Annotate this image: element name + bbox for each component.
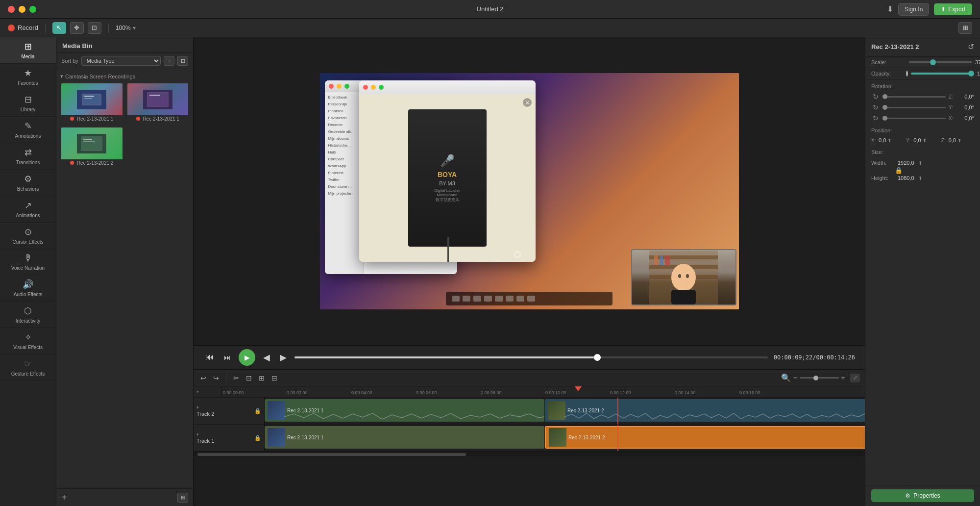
media-thumb-2[interactable]: Rec 2-13-2021 2 [60, 126, 123, 168]
scale-row: Scale: 37,5% [865, 57, 980, 68]
list-view-button[interactable]: ≡ [164, 56, 174, 66]
media-thumb-0[interactable]: Rec 2-13-2021 1 [60, 82, 123, 124]
track-2-clip-1[interactable]: Rec 2-13-2021 1 [265, 399, 544, 422]
sidebar-item-gesture-effects[interactable]: ☞ Gesture Effects [0, 354, 56, 381]
copy-button[interactable]: ⊡ [244, 373, 254, 383]
svg-rect-28 [484, 296, 492, 302]
layout-toggle-button[interactable]: ⊞ [958, 22, 972, 34]
track-1-clip-1[interactable]: Rec 2-13-2021 1 [265, 426, 544, 449]
sidebar-item-favorites[interactable]: ★ Favorites [0, 64, 56, 90]
visual-effects-icon: ✧ [24, 332, 32, 343]
properties-action-button[interactable]: ⚙ Properties [871, 489, 974, 502]
maximize-button[interactable] [29, 6, 36, 13]
pos-z-stepper[interactable]: ⬆ [957, 138, 961, 143]
width-stepper[interactable]: ⬆ [918, 160, 922, 166]
sidebar-label-behaviors: Behaviors [17, 186, 39, 192]
sidebar-item-cursor-effects[interactable]: ⊙ Cursor Effects [0, 223, 56, 249]
zoom-out-button[interactable]: − [793, 374, 797, 382]
track-2-lock[interactable]: 🔒 [254, 408, 261, 414]
download-icon[interactable]: ⬇ [887, 4, 893, 14]
filter-button[interactable]: ⊟ [177, 56, 188, 66]
sidebar-item-behaviors[interactable]: ⚙ Behaviors [0, 170, 56, 196]
cut-button[interactable]: ✂ [231, 373, 241, 383]
export-button[interactable]: ⬆ Export [934, 3, 972, 15]
sort-select[interactable]: Media Type [81, 56, 161, 66]
timeline-zoom-control: 🔍 − + ⤢ [781, 373, 860, 382]
sidebar-item-voice-narration[interactable]: 🎙 Voice Narration [0, 249, 56, 275]
media-thumb-label-2: Rec 2-13-2021 2 [61, 159, 122, 167]
prev-frame-button[interactable]: ◀ [261, 350, 272, 365]
redo-button[interactable]: ↪ [211, 373, 221, 383]
rewind-button[interactable]: ⏮ [203, 350, 216, 364]
paste-button[interactable]: ⊞ [257, 373, 267, 383]
pos-x-stepper[interactable]: ⬆ [887, 138, 891, 143]
media-thumb-1[interactable]: Rec 2-13-2021 1 [126, 82, 190, 124]
scrollbar-thumb[interactable] [197, 453, 466, 456]
progress-thumb[interactable] [594, 354, 601, 361]
properties-refresh-button[interactable]: ↺ [968, 42, 974, 51]
sidebar-item-audio-effects[interactable]: 🔊 Audio Effects [0, 275, 56, 302]
rotation-z-slider[interactable] [882, 96, 946, 98]
rotation-y-value: 0,0° [958, 104, 974, 110]
play-button[interactable]: ▶ [239, 349, 255, 366]
zoom-control[interactable]: 100% ▾ [116, 25, 136, 31]
step-back-button[interactable]: ⏭ [222, 352, 233, 363]
ruler-mark-7: 0:00:14:00 [675, 390, 696, 395]
expand-timeline-button[interactable]: ⤢ [850, 374, 860, 382]
section-collapse-icon[interactable]: ▾ [60, 73, 63, 79]
zoom-slider[interactable] [800, 377, 839, 379]
height-stepper[interactable]: ⬆ [918, 176, 922, 181]
finder-item: Mijn projecten [327, 190, 362, 197]
scale-slider[interactable] [909, 61, 972, 63]
sidebar-item-visual-effects[interactable]: ✧ Visual Effects [0, 328, 56, 354]
finder-item: WhatsApp [327, 163, 362, 169]
rotation-y-axis-label: Y: [949, 105, 956, 110]
ruler-mark-0: 0:00:00:00 [223, 390, 244, 395]
track-1-lock[interactable]: 🔒 [254, 435, 261, 441]
undo-button[interactable]: ↩ [198, 373, 208, 383]
media-thumb-img-1 [127, 83, 189, 115]
minimize-button[interactable] [19, 6, 25, 13]
waveform-svg [284, 412, 544, 422]
sidebar-item-media[interactable]: ⊞ Media [0, 37, 56, 64]
person-silhouette-svg [649, 251, 718, 304]
sidebar-label-transitions: Transitions [16, 160, 40, 165]
rotation-x-slider[interactable] [882, 118, 946, 119]
media-thumb-img-0 [61, 83, 122, 115]
next-frame-button[interactable]: ▶ [278, 350, 289, 365]
sidebar-item-transitions[interactable]: ⇄ Transitions [0, 143, 56, 170]
sidebar-item-interactivity[interactable]: ⬡ Interactivity [0, 302, 56, 328]
sidebar-item-animations[interactable]: ↗ Animations [0, 196, 56, 223]
timeline-scrollbar[interactable] [194, 452, 865, 456]
close-button[interactable] [8, 6, 15, 13]
audio-effects-icon: 🔊 [23, 279, 33, 290]
track-1-clip-2[interactable]: Rec 2-13-2021 2 [545, 426, 865, 449]
sidebar-item-annotations[interactable]: ✎ Annotations [0, 117, 56, 143]
sidebar-label-favorites: Favorites [18, 80, 38, 86]
rotation-y-slider[interactable] [882, 107, 946, 108]
track-2-clip-2[interactable]: Rec 2-13-2021 2 [545, 399, 865, 422]
track-2-expand-icon[interactable]: ▾ [196, 405, 199, 410]
signin-button[interactable]: Sign In [898, 3, 929, 16]
zoom-chevron-icon[interactable]: ▾ [133, 25, 136, 31]
aspect-lock-icon[interactable]: 🔒 [895, 167, 903, 174]
move-tool-button[interactable]: ✥ [70, 22, 84, 34]
record-button[interactable]: Record [8, 24, 38, 31]
zoom-in-button[interactable]: + [841, 374, 845, 382]
grid-view-button[interactable]: ⊞ [177, 493, 188, 503]
crop-tool-button[interactable]: ⊡ [88, 22, 101, 34]
select-tool-button[interactable]: ↖ [52, 22, 66, 34]
product-window-close-x[interactable]: ✕ [523, 98, 532, 107]
playback-controls: ⏮ ⏭ ▶ ◀ ▶ 00:00:09;22/00:00:14;26 [194, 345, 865, 369]
opacity-slider[interactable] [911, 73, 974, 75]
pos-y-stepper[interactable]: ⬆ [923, 138, 927, 143]
annotations-icon: ✎ [24, 121, 32, 131]
track-1-expand-icon[interactable]: ▾ [196, 432, 199, 437]
sidebar-item-library[interactable]: ⊟ Library [0, 90, 56, 117]
progress-bar[interactable] [294, 356, 768, 358]
ruler-mark-6: 0:00:12:00 [610, 390, 631, 395]
clip-trim-button[interactable]: ⊟ [270, 373, 279, 383]
add-media-button[interactable]: + [61, 492, 67, 503]
opacity-row: Opacity: 100% [865, 68, 980, 79]
titlebar: Untitled 2 ⬇ Sign In ⬆ Export [0, 0, 980, 19]
